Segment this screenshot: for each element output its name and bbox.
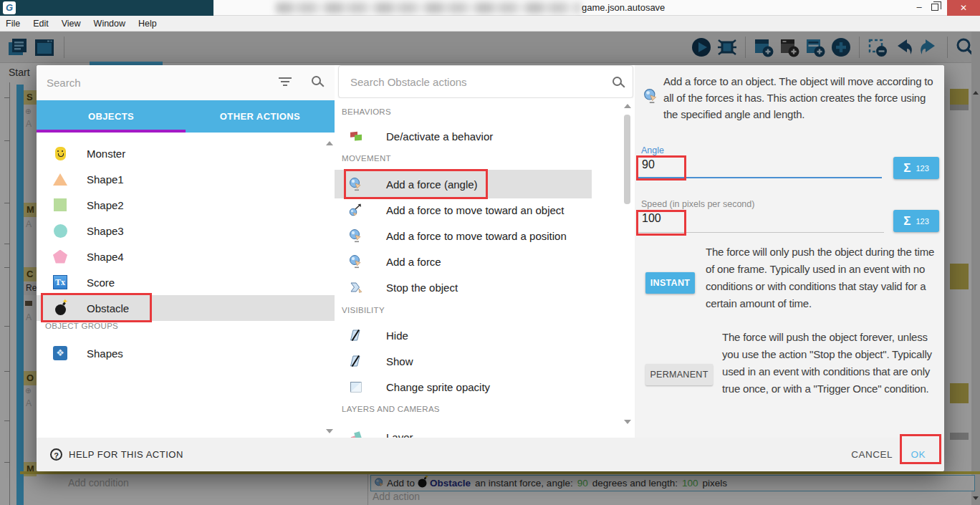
tab-objects[interactable]: OBJECTS: [37, 100, 186, 133]
action-item-add-force-angle[interactable]: Add a force (angle): [335, 170, 592, 198]
action-label: Stop the object: [386, 282, 458, 294]
triangle-icon: [52, 173, 68, 186]
gdevelop-window: G game.json.autosave – ✕ File Edit View …: [0, 0, 980, 505]
menu-view[interactable]: View: [56, 19, 88, 29]
speed-input[interactable]: [642, 212, 878, 225]
speed-input-underline: [638, 232, 884, 233]
bomb-icon: [52, 302, 68, 315]
section-header-visibility: VISIBILITY: [342, 306, 385, 314]
scroll-down-icon[interactable]: [326, 429, 333, 433]
menu-edit[interactable]: Edit: [27, 19, 56, 29]
instant-button[interactable]: INSTANT: [645, 272, 695, 294]
list-item-shapes-group[interactable]: Shapes: [37, 340, 335, 366]
dialog-footer: ? HELP FOR THIS ACTION CANCEL OK: [37, 438, 944, 471]
layer-icon: [347, 430, 365, 438]
object-list: Monster Shape1 Shape2 Shape3 Shape4 Tx S…: [37, 133, 335, 438]
action-item-show[interactable]: Show: [335, 348, 592, 374]
menu-window[interactable]: Window: [88, 19, 133, 29]
angle-input-underline: [638, 177, 882, 178]
object-label: Shape1: [87, 173, 124, 186]
force-icon: [347, 229, 365, 243]
action-item-force-toward-position[interactable]: Add a force to move toward a position: [335, 223, 592, 249]
action-label: Add a force to move toward a position: [386, 230, 567, 242]
angle-input[interactable]: [642, 158, 878, 171]
scroll-down-icon[interactable]: [624, 420, 631, 424]
section-header-movement: MOVEMENT: [342, 154, 391, 163]
list-item-shape2[interactable]: Shape2: [37, 192, 335, 218]
action-editor-dialog: OBJECTS OTHER ACTIONS Monster Shape1 Sha…: [37, 65, 944, 471]
action-item-stop-object[interactable]: Stop the object: [335, 274, 592, 300]
action-description: Add a force to an object. The object wil…: [663, 73, 936, 122]
speed-expression-button[interactable]: Σ 123: [893, 210, 939, 232]
stop-icon: [347, 280, 365, 294]
speed-field-label: Speed (in pixels per second): [641, 199, 754, 209]
permanent-button[interactable]: PERMANENT: [645, 364, 713, 385]
show-icon: [347, 354, 365, 368]
circle-icon: [52, 224, 68, 238]
minimize-button[interactable]: –: [910, 0, 928, 16]
action-item-change-opacity[interactable]: Change sprite opacity: [335, 374, 592, 400]
list-item-score[interactable]: Tx Score: [37, 269, 335, 295]
object-search-bar: [37, 65, 335, 100]
scroll-up-icon[interactable]: [624, 104, 631, 108]
object-label: Shape4: [87, 251, 124, 263]
list-item-obstacle[interactable]: Obstacle: [37, 295, 335, 321]
help-link[interactable]: HELP FOR THIS ACTION: [69, 449, 183, 460]
scrollbar-thumb[interactable]: [624, 115, 630, 204]
pentagon-icon: [52, 250, 68, 264]
sigma-icon: Σ: [903, 161, 911, 175]
object-label: Score: [87, 276, 115, 289]
section-header-layers-cameras: LAYERS AND CAMERAS: [342, 405, 440, 413]
object-label: Shape3: [87, 225, 124, 237]
sigma-icon: Σ: [903, 214, 911, 229]
behavior-icon: [347, 129, 365, 143]
action-label: Hide: [386, 330, 408, 342]
action-item-add-force[interactable]: Add a force: [335, 249, 592, 274]
cancel-button[interactable]: CANCEL: [851, 449, 893, 460]
action-item-deactivate-behavior[interactable]: De/activate a behavior: [335, 123, 592, 149]
search-icon[interactable]: [312, 76, 321, 85]
action-label: Add a force: [386, 256, 441, 268]
menu-help[interactable]: Help: [133, 19, 164, 29]
force-icon: [347, 177, 365, 191]
app-logo-icon: G: [3, 1, 16, 14]
filter-icon[interactable]: [279, 77, 292, 87]
list-item-shape4[interactable]: Shape4: [37, 244, 335, 269]
object-label: Shapes: [87, 347, 123, 360]
window-title: game.json.autosave: [582, 2, 665, 13]
action-label: De/activate a behavior: [386, 130, 493, 143]
action-label: Change sprite opacity: [386, 381, 490, 393]
section-header-behaviors: BEHAVIORS: [342, 107, 391, 116]
permanent-description: The force will push the object forever, …: [722, 329, 941, 398]
titlebar: G game.json.autosave – ✕: [0, 0, 980, 16]
help-icon[interactable]: ?: [50, 448, 62, 461]
action-label: Add a force (angle): [386, 178, 478, 191]
menu-file[interactable]: File: [0, 19, 27, 29]
action-label: Layer: [386, 431, 413, 438]
object-search-input[interactable]: [47, 72, 261, 92]
action-label: Show: [386, 355, 413, 367]
object-groups-header: OBJECT GROUPS: [45, 322, 118, 330]
square-icon: [52, 198, 68, 211]
redacted-title-path: [276, 2, 580, 14]
search-icon[interactable]: [612, 77, 622, 86]
object-label: Monster: [87, 148, 125, 160]
close-button[interactable]: ✕: [947, 0, 980, 16]
action-item-hide[interactable]: Hide: [335, 322, 592, 348]
list-item-shape3[interactable]: Shape3: [37, 218, 335, 244]
action-parameters-panel: Add a force to an object. The object wil…: [635, 65, 944, 438]
tab-other-actions[interactable]: OTHER ACTIONS: [186, 100, 335, 133]
angle-expression-button[interactable]: Σ 123: [893, 157, 939, 179]
action-item-layer[interactable]: Layer: [335, 424, 592, 438]
action-search-box: [338, 65, 633, 98]
action-item-force-toward-object[interactable]: Add a force to move toward an object: [335, 197, 592, 223]
ok-button[interactable]: OK: [911, 449, 926, 460]
opacity-icon: [347, 380, 365, 394]
restore-button[interactable]: [931, 4, 938, 11]
force-icon: [643, 88, 659, 107]
action-search-input[interactable]: [350, 72, 587, 92]
object-label: Obstacle: [87, 302, 129, 314]
list-item-shape1[interactable]: Shape1: [37, 166, 335, 192]
list-item-monster[interactable]: Monster: [37, 140, 335, 166]
group-icon: [52, 346, 68, 360]
